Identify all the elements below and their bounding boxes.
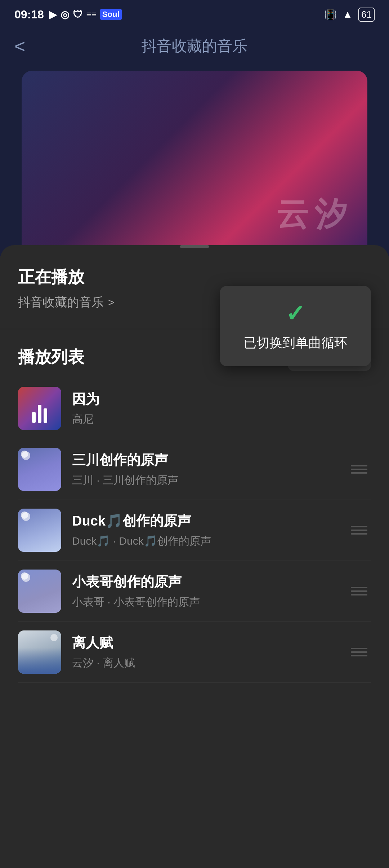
wifi-icon: ▲ [343, 9, 353, 20]
notification-icon: ▶ [49, 9, 57, 21]
track-info-2: 三川创作的原声 三川 · 三川创作的原声 [72, 451, 336, 488]
playlist-title: 播放列表 [18, 346, 84, 368]
album-art: 云 汐 [22, 71, 367, 258]
now-playing-label: 正在播放 [18, 266, 371, 288]
track-name-5: 离人赋 [72, 634, 336, 652]
dot-indicator [21, 572, 28, 580]
tooltip-text: 已切换到单曲循环 [243, 334, 347, 352]
track-sub-3: Duck🎵 · Duck🎵创作的原声 [72, 534, 336, 549]
track-info-3: Duck🎵创作的原声 Duck🎵 · Duck🎵创作的原声 [72, 512, 336, 549]
app-icon: ≡≡ [86, 9, 97, 19]
check-icon: ✓ [286, 300, 305, 327]
track-item[interactable]: 离人赋 云汐 · 离人赋 [18, 622, 371, 683]
track-name-1: 因为 [72, 390, 371, 408]
track-list: 因为 高尼 三川创作的原声 三川 · 三川创作的原声 [0, 378, 389, 683]
track-name-4: 小表哥创作的原声 [72, 573, 336, 591]
playlist-header: 播放列表 ✓ 已切换到单曲循环 ↻ 单曲循环 [0, 336, 389, 378]
drag-reorder-icon-3[interactable] [347, 522, 371, 538]
track-sub-4: 小表哥 · 小表哥创作的原声 [72, 595, 336, 610]
track-sub-1: 高尼 [72, 412, 371, 427]
tooltip-popup: ✓ 已切换到单曲循环 [220, 286, 371, 366]
soul-icon: Soul [100, 9, 122, 20]
drag-reorder-icon-2[interactable] [347, 461, 371, 477]
equalizer-icon [32, 405, 47, 423]
dot-indicator [21, 511, 28, 519]
track-item[interactable]: 小表哥创作的原声 小表哥 · 小表哥创作的原声 [18, 561, 371, 622]
back-button[interactable]: < [14, 35, 25, 57]
track-sub-5: 云汐 · 离人赋 [72, 656, 336, 670]
album-overlay-text: 云 汐 [276, 192, 346, 236]
track-item[interactable]: 三川创作的原声 三川 · 三川创作的原声 [18, 439, 371, 500]
track-art-5 [18, 630, 61, 674]
track-name-2: 三川创作的原声 [72, 451, 336, 469]
track-sub-2: 三川 · 三川创作的原声 [72, 473, 336, 488]
drag-reorder-icon-4[interactable] [347, 583, 371, 599]
status-time: 09:18 [14, 8, 44, 21]
status-icons: ▶ ◎ 🛡 ≡≡ Soul [49, 9, 122, 21]
track-info-5: 离人赋 云汐 · 离人赋 [72, 634, 336, 670]
track-thumbnail-1 [18, 387, 61, 430]
vibrate-icon: 📳 [324, 9, 337, 21]
now-playing-playlist: 抖音收藏的音乐 [18, 294, 104, 311]
track-thumbnail-4 [18, 570, 61, 613]
nav-bar: < 抖音收藏的音乐 [0, 29, 389, 63]
track-info-1: 因为 高尼 [72, 390, 371, 427]
status-bar: 09:18 ▶ ◎ 🛡 ≡≡ Soul 📳 ▲ 61 [0, 0, 389, 29]
track-item[interactable]: 因为 高尼 [18, 378, 371, 439]
page-title: 抖音收藏的音乐 [142, 36, 247, 56]
track-info-4: 小表哥创作的原声 小表哥 · 小表哥创作的原声 [72, 573, 336, 610]
status-right: 📳 ▲ 61 [324, 8, 375, 22]
drag-reorder-icon-5[interactable] [347, 644, 371, 660]
shield-icon: 🛡 [73, 9, 83, 21]
track-thumbnail-2 [18, 448, 61, 491]
battery-icon: 61 [358, 8, 375, 22]
bottom-sheet: 正在播放 抖音收藏的音乐 > 播放列表 ✓ 已切换到单曲循环 ↻ 单曲循环 [0, 245, 389, 868]
drag-handle[interactable] [180, 245, 209, 248]
compass-icon: ◎ [61, 9, 69, 21]
track-thumbnail-3 [18, 509, 61, 552]
track-item[interactable]: Duck🎵创作的原声 Duck🎵 · Duck🎵创作的原声 [18, 500, 371, 561]
chevron-right-icon: > [108, 296, 115, 309]
track-name-3: Duck🎵创作的原声 [72, 512, 336, 530]
track-thumbnail-5 [18, 630, 61, 674]
dot-indicator [21, 451, 28, 458]
loop-mode-container: ✓ 已切换到单曲循环 ↻ 单曲循环 [288, 344, 371, 371]
